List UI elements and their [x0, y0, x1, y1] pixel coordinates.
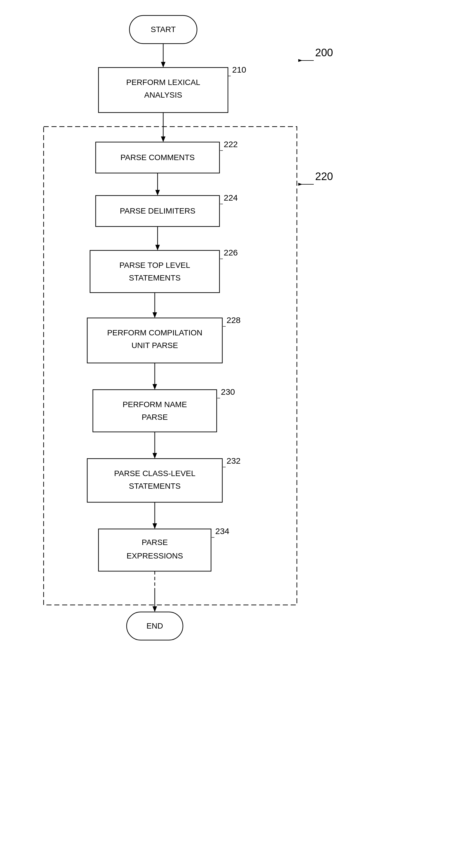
flowchart-diagram: 200 220 START PERFORM LEXICAL ANALYSIS 2…: [0, 0, 455, 868]
ref-234-label: 234: [215, 526, 229, 536]
svg-text:END: END: [146, 622, 163, 630]
svg-text:PARSE: PARSE: [142, 413, 168, 422]
svg-marker-6: [161, 62, 165, 67]
svg-marker-34: [153, 453, 157, 459]
svg-marker-45: [153, 606, 157, 612]
svg-text:PERFORM NAME: PERFORM NAME: [123, 400, 187, 409]
ref-220-label: 220: [315, 170, 333, 182]
svg-text:UNIT PARSE: UNIT PARSE: [131, 341, 178, 350]
svg-text:START: START: [151, 25, 176, 34]
svg-marker-19: [155, 245, 160, 250]
svg-marker-15: [155, 190, 160, 195]
ref-228-label: 228: [226, 315, 241, 325]
name-parse-node: [93, 390, 217, 432]
svg-text:PERFORM COMPILATION: PERFORM COMPILATION: [107, 328, 203, 337]
compilation-unit-parse-node: [87, 318, 222, 363]
ref-224-label: 224: [224, 193, 238, 202]
ref-200-label: 200: [315, 47, 333, 59]
ref-230-label: 230: [221, 387, 235, 397]
parse-expressions-node: [98, 529, 211, 571]
ref-226-label: 226: [224, 248, 238, 257]
class-level-statements-node: [87, 459, 222, 502]
svg-marker-3: [298, 183, 302, 186]
svg-text:ANALYSIS: ANALYSIS: [144, 91, 182, 99]
svg-text:EXPRESSIONS: EXPRESSIONS: [127, 552, 183, 560]
parse-top-level-node: [90, 250, 219, 292]
lexical-analysis-node: [98, 67, 228, 113]
ref-210-label: 210: [232, 65, 246, 74]
svg-text:PARSE CLASS-LEVEL: PARSE CLASS-LEVEL: [114, 469, 195, 478]
svg-marker-1: [298, 59, 302, 62]
svg-text:PARSE: PARSE: [142, 538, 168, 547]
svg-text:PARSE DELIMITERS: PARSE DELIMITERS: [120, 207, 195, 215]
svg-marker-39: [153, 523, 157, 529]
svg-marker-11: [161, 136, 165, 142]
svg-text:STATEMENTS: STATEMENTS: [129, 482, 181, 490]
ref-222-label: 222: [224, 140, 238, 149]
svg-text:PERFORM LEXICAL: PERFORM LEXICAL: [126, 78, 200, 87]
ref-232-label: 232: [226, 456, 241, 465]
svg-marker-24: [153, 312, 157, 318]
svg-marker-29: [153, 384, 157, 390]
svg-text:PARSE COMMENTS: PARSE COMMENTS: [120, 153, 195, 162]
svg-text:STATEMENTS: STATEMENTS: [129, 274, 181, 282]
svg-text:PARSE TOP LEVEL: PARSE TOP LEVEL: [119, 261, 190, 270]
